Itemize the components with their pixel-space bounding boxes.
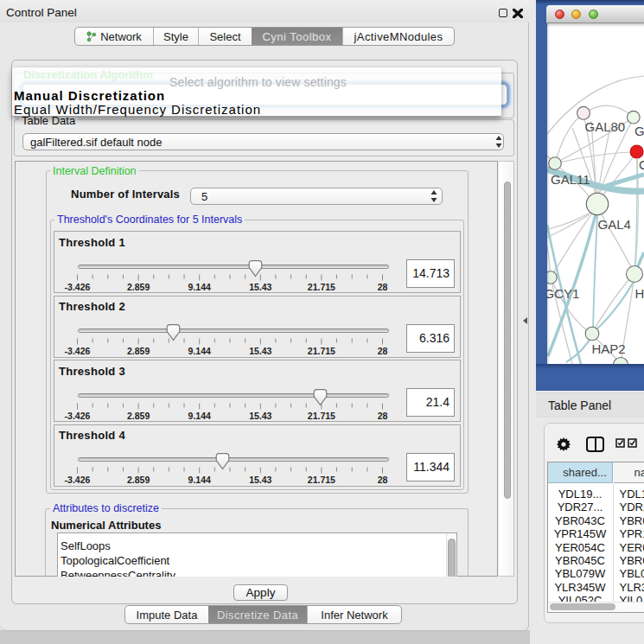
svg-text:GAL80: GAL80: [585, 119, 626, 134]
svg-text:H: H: [635, 286, 644, 301]
svg-text:GAL11: GAL11: [551, 172, 590, 187]
svg-text:C: C: [639, 157, 644, 172]
svg-text:GA: GA: [634, 124, 644, 138]
svg-text:GCY1: GCY1: [547, 286, 579, 301]
svg-text:GAL4: GAL4: [598, 217, 631, 232]
svg-text:HAP2: HAP2: [592, 341, 626, 356]
